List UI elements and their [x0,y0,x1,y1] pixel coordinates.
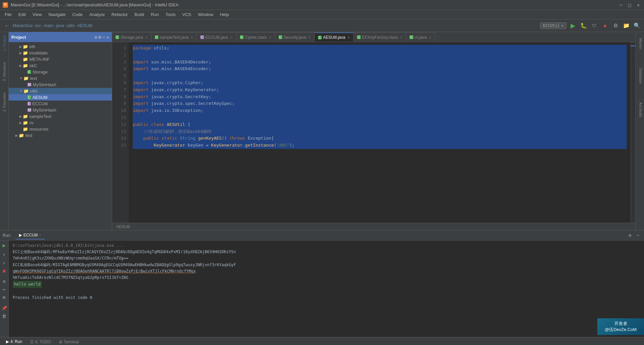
tab-close-eccutil[interactable]: × [230,35,233,40]
tree-item-eth[interactable]: ▶ 📁 eth [9,43,112,50]
menu-file[interactable]: File [1,11,15,18]
tree-item-okc[interactable]: ▶ 📁 okC [9,62,112,69]
menu-code[interactable]: Code [69,11,86,18]
tree-item-resources[interactable]: ▶ 📁 resources [9,126,112,132]
menu-help[interactable]: Help [217,11,232,18]
menu-analyze[interactable]: Analyze [86,11,108,18]
back-button[interactable]: ← [3,21,11,30]
breadcrumb-utils[interactable]: utils [67,23,74,28]
run-with-coverage-button[interactable]: 🛡 [590,21,599,30]
tab-storage-java[interactable]: C Storage.java × [112,32,151,42]
bottom-settings-icon[interactable]: ⚙ [627,232,633,239]
tree-item-mysimhash1[interactable]: M MySimHash [9,81,112,88]
tree-item-utils[interactable]: ▼ 📁 utils [9,88,112,94]
tab-security-java[interactable]: C Security.java × [275,32,315,42]
breadcrumb-project[interactable]: MavenGui [13,23,32,28]
tab-eckeyfactory-class[interactable]: C ECKeyFactory.class × [354,32,406,42]
bottom-tab-run-icon: ▶ [6,339,9,344]
tab-sampletext-java[interactable]: C sampleText.java × [151,32,197,42]
menu-view[interactable]: View [29,11,45,18]
bottom-tab-todo[interactable]: ☰ 6: TODO [27,338,54,345]
breadcrumb-java[interactable]: java [56,23,64,28]
menu-build[interactable]: Build [131,11,147,18]
bottom-tab-4-run[interactable]: ▶ 4: Run [3,338,25,345]
tree-item-mysimhash2[interactable]: M MySimHash [9,107,112,113]
tab-close-security[interactable]: × [308,35,311,40]
run-pin-icon[interactable]: 📌 [1,305,8,311]
run-wrap-icon[interactable]: ↩ [1,286,8,293]
code-line-5 [133,72,627,79]
tree-item-aesutil[interactable]: C AESUtil [9,94,112,101]
ant-build-panel-tab[interactable]: Ant Build [636,100,644,120]
breadcrumb-main[interactable]: main [44,23,53,28]
run-scroll-down-icon[interactable]: ↓ [1,259,8,266]
maven-panel-tab[interactable]: Maven [636,35,644,52]
tree-item-invalidate[interactable]: ▶ 📁 invalidate [9,50,112,56]
code-editor[interactable]: 1 2 3 4 5 6 7 8 9 10 11 12 13 14 15 [112,42,635,223]
menu-vcs[interactable]: VCS [179,11,195,18]
tab-aesutil-java[interactable]: C AESUtil.java × [315,32,354,42]
structure-tool-button[interactable]: 2: Structure [2,60,7,83]
code-line-11 [133,114,627,121]
panel-expand-icon[interactable]: ⊞ [99,35,101,40]
tree-item-sampletext[interactable]: ▶ 📁 sampleText [9,113,112,120]
console-output[interactable]: D:\software\Java\jdk1.8.0_102\bin\java.e… [9,240,644,337]
debug-button[interactable]: 🐛 [579,21,588,30]
run-tab-close-icon[interactable]: × [39,233,41,237]
tab-eccutil-java[interactable]: C ECCUtil.java × [197,32,236,42]
bottom-tab-run[interactable]: ▶ ECCUtil × [16,231,45,239]
panel-settings-icon[interactable]: ⚙ [95,35,97,40]
run-button[interactable]: ▶ [569,21,577,30]
menu-run[interactable]: Run [147,11,162,18]
tree-item-eccutil[interactable]: E ECCUtil [9,101,112,107]
run-scroll-up-icon[interactable]: ↑ [1,251,8,258]
bottom-panel-close-icon[interactable]: ─ [635,232,641,239]
search-everywhere-button[interactable]: 🔍 [633,21,641,30]
run-stop-icon[interactable]: ■ [1,267,8,274]
tab-cipher-class[interactable]: C Cipher.class × [237,32,275,42]
menu-edit[interactable]: Edit [15,11,29,18]
close-button[interactable]: ✕ [635,2,641,8]
panel-gear-icon[interactable]: ✕ [106,35,109,40]
run-soft-wrap-icon[interactable]: ⊞ [1,294,8,301]
tab-close-eckeyfactory[interactable]: × [400,35,402,40]
panel-close-icon[interactable]: ─ [102,35,105,40]
minimize-button[interactable]: ─ [618,2,624,8]
tab-close-aesutil[interactable]: × [347,35,350,40]
editor-area: C Storage.java × C sampleText.java × C E… [112,32,635,230]
code-content[interactable]: package utils; import sun.misc.BASE64Dec… [129,42,631,223]
tree-item-meta-inf[interactable]: ▶ 📁 META-INF [9,56,112,62]
settings-button[interactable]: ⚙ [611,21,620,30]
bottom-tab-terminal[interactable]: ⊞ Terminal [56,338,82,345]
maximize-button[interactable]: □ [627,2,633,8]
tab-close-vv[interactable]: × [429,35,431,40]
breadcrumb-src[interactable]: src [35,23,41,28]
run-settings-icon[interactable]: ⚙ [1,278,8,285]
tab-close-sampletext[interactable]: × [191,35,193,40]
tree-item-vv[interactable]: ▶ 📁 vv [9,120,112,126]
tab-close-storage[interactable]: × [145,35,148,40]
run-config-selector[interactable]: ECCUtil ▾ [540,22,567,29]
menu-refactor[interactable]: Refactor [108,11,131,18]
run-clear-icon[interactable]: 🗑 [1,313,8,319]
menu-tools[interactable]: Tools [162,11,179,18]
breadcrumb-aesutil[interactable]: AESUtil [77,23,92,28]
tab-close-cipher[interactable]: × [269,35,271,40]
tree-item-text[interactable]: ▼ 📁 text [9,75,112,81]
folder-icon-meta-inf: 📁 [23,57,28,62]
database-panel-tab[interactable]: Database [636,65,644,86]
menu-bar: File Edit View Navigate Code Analyze Ref… [0,10,644,19]
folder-icon-vv: 📁 [23,120,28,125]
tree-arrow-invalidate: ▶ [19,51,22,55]
menu-navigate[interactable]: Navigate [45,11,69,18]
favorites-tool-button[interactable]: 2: Favorites [2,91,7,114]
project-tool-button[interactable]: 1: Project [2,33,7,53]
tree-item-storage[interactable]: C Storage [9,69,112,75]
menu-window[interactable]: Window [195,11,217,18]
tab-vv-java[interactable]: C vv.java × [406,32,435,42]
tree-item-test[interactable]: ▶ 📁 test [9,132,112,139]
stop-button[interactable]: ■ [601,21,609,30]
console-line-7: hello world [13,281,42,288]
open-in-finder-button[interactable]: 📁 [622,21,631,30]
run-play-icon[interactable]: ▶ [1,242,8,248]
